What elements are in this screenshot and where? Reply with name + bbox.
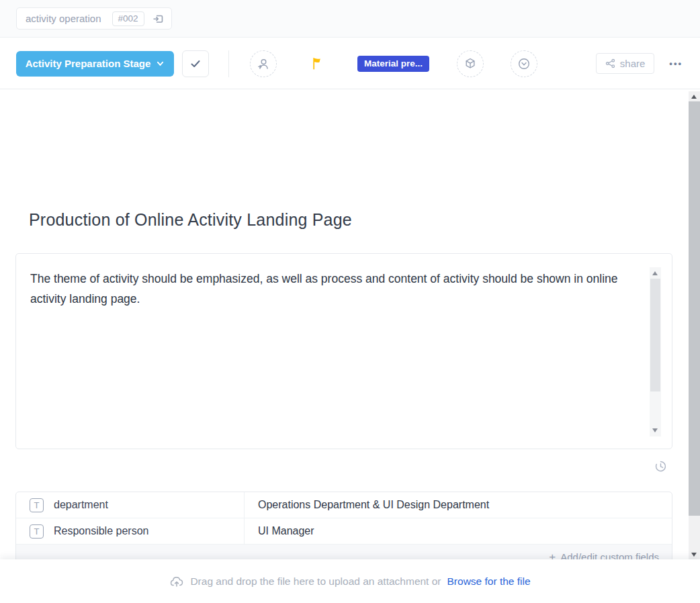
toolbar-divider — [228, 50, 229, 77]
toolbar: Activity Preparation Stage — [0, 38, 700, 89]
browse-file-link[interactable]: Browse for the file — [447, 575, 531, 588]
share-label: share — [620, 58, 646, 69]
task-id-badge: #002 — [112, 11, 144, 26]
scroll-up-arrow-icon[interactable] — [691, 95, 697, 99]
field-label-cell: T Responsible person — [16, 518, 245, 544]
edit-history-icon[interactable] — [654, 460, 667, 473]
assign-member-button[interactable] — [250, 50, 277, 77]
field-label: Responsible person — [54, 525, 148, 537]
task-reference[interactable]: activity operation #002 — [16, 7, 172, 30]
text-field-type-icon: T — [30, 498, 44, 512]
field-label: department — [54, 499, 108, 511]
table-row: T department Operations Department & UI … — [16, 492, 672, 518]
tag-badge[interactable]: Material pre... — [357, 56, 429, 72]
cloud-upload-icon — [169, 574, 184, 589]
description-panel[interactable]: The theme of activity should be emphasiz… — [15, 253, 672, 449]
task-detail-window: activity operation #002 Activity Prepara… — [0, 0, 700, 603]
task-title[interactable]: Production of Online Activity Landing Pa… — [29, 210, 352, 230]
complete-task-button[interactable] — [182, 50, 209, 77]
workflow-status-button[interactable] — [511, 50, 537, 77]
chevron-down-icon — [156, 59, 165, 68]
field-value-cell[interactable]: UI Manager — [245, 518, 672, 544]
attachment-upload-bar: Drag and drop the file here to upload an… — [0, 559, 700, 603]
field-label-cell: T department — [16, 492, 245, 518]
circled-chevron-down-icon — [517, 56, 531, 71]
task-type-label: activity operation — [26, 13, 101, 24]
task-content: Production of Online Activity Landing Pa… — [0, 90, 689, 559]
open-in-board-icon[interactable] — [151, 12, 165, 26]
upload-instruction-text: Drag and drop the file here to upload an… — [190, 575, 441, 588]
checkmark-icon — [189, 57, 202, 71]
cube-icon — [463, 56, 478, 71]
stage-dropdown-button[interactable]: Activity Preparation Stage — [16, 51, 174, 77]
description-scrollbar-thumb[interactable] — [650, 279, 660, 391]
description-text[interactable]: The theme of activity should be emphasiz… — [30, 269, 635, 309]
custom-fields-table: T department Operations Department & UI … — [15, 492, 672, 570]
scroll-up-arrow-icon[interactable] — [652, 271, 658, 275]
priority-flag-button[interactable] — [304, 50, 331, 77]
page-scrollbar-thumb[interactable] — [689, 101, 700, 516]
text-field-type-icon: T — [30, 524, 44, 539]
toolbar-right-group: share ••• — [596, 53, 688, 74]
stage-label: Activity Preparation Stage — [26, 58, 151, 69]
share-icon — [605, 58, 615, 68]
assign-person-icon — [256, 56, 271, 71]
scroll-down-arrow-icon[interactable] — [652, 428, 658, 432]
scroll-down-arrow-icon[interactable] — [691, 553, 697, 557]
table-row: T Responsible person UI Manager — [16, 518, 672, 545]
page-scrollbar[interactable] — [689, 91, 700, 559]
description-scrollbar[interactable] — [650, 267, 661, 436]
topbar: activity operation #002 — [0, 0, 700, 38]
more-menu-button[interactable]: ••• — [669, 58, 683, 68]
related-items-button[interactable] — [457, 50, 484, 77]
flag-icon — [310, 56, 324, 71]
share-button[interactable]: share — [596, 53, 655, 74]
field-value-cell[interactable]: Operations Department & UI Design Depart… — [245, 492, 672, 518]
